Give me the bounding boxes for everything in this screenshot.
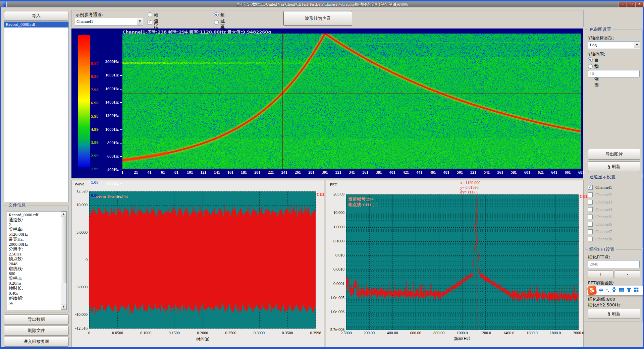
chevron-down-icon[interactable]: ▼ (137, 18, 143, 25)
delete-file-button[interactable]: 删除文件 (4, 326, 69, 336)
reference-channel-label: 示例参考通道: (75, 12, 103, 18)
auto-range-radio[interactable] (588, 57, 593, 62)
channel-checkbox[interactable] (588, 215, 593, 219)
close-icon: X (638, 2, 641, 6)
channel-label: Channel6 (595, 222, 612, 227)
import-button[interactable]: 导入 (4, 11, 68, 21)
tick-mark (120, 89, 122, 90)
maximize-button[interactable]: □ (627, 2, 635, 7)
fft-points-minus-button[interactable]: - (615, 270, 640, 278)
spectrogram-x-tick: 141 (210, 170, 224, 175)
zoom-df-info: 细化df:2.500Hz (588, 302, 621, 308)
spectrogram-x-tick: 281 (305, 170, 318, 175)
export-data-button[interactable]: 导出数据 (4, 314, 69, 325)
spectrogram-x-tick: 301 (318, 170, 332, 175)
channel-toggle-channel6[interactable]: Channel6 (588, 222, 638, 228)
file-listbox[interactable]: Record_0000.rdf (4, 21, 69, 202)
tick-mark (120, 183, 122, 184)
channel-checkbox[interactable] (588, 237, 593, 241)
channel-checkbox[interactable]: ✓ (588, 185, 593, 190)
spectrogram-x-tick: 61 (156, 170, 170, 175)
fft-title: FFT (330, 182, 337, 187)
wave-to-sound-button[interactable]: 波形转为声音 (283, 11, 352, 26)
wave-plot[interactable] (89, 191, 316, 329)
channel-toggle-channel3[interactable]: Channel3 (588, 199, 638, 206)
channel-label: Channel5 (595, 214, 612, 220)
range-value-input[interactable] (588, 70, 640, 77)
ime-toolbar[interactable]: S 中 °, (587, 285, 643, 295)
channel-label: Channel1 (595, 185, 612, 190)
channel-checkbox[interactable] (588, 229, 593, 234)
channel-display-groupbox: 通道显示设置 ✓Channel1Channel2Channel3Channel4… (585, 177, 643, 248)
delete-file-label: 删除文件 (28, 326, 45, 335)
advanced-analysis-checkbox[interactable]: ✓ (148, 20, 152, 25)
fft-frame-annotation: 当前帧号:294 (348, 196, 374, 202)
spectrogram-y-tick: 600Hz (99, 154, 119, 159)
skin-icon[interactable] (627, 286, 632, 295)
fixed-range-radio[interactable] (588, 64, 593, 69)
toolbox-icon[interactable] (634, 286, 639, 295)
yaxis-type-select[interactable]: Log ▼ (588, 41, 640, 49)
close-button[interactable]: X (635, 2, 644, 7)
channel-toggle-channel5[interactable]: Channel5 (588, 214, 638, 220)
channel-checkbox[interactable] (588, 200, 593, 205)
fft-y-tick: 1.0e-005 (319, 295, 344, 300)
yaxis-range-label: Y轴范围: (588, 51, 605, 57)
wave-xaxis-title: 时间(s) (188, 337, 218, 342)
reference-channel-select[interactable]: Channel1 ▼ (75, 18, 143, 25)
import-button-label: 导入 (32, 11, 41, 20)
channel-toggle-channel1[interactable]: ✓Channel1 (588, 185, 638, 191)
colorbar-tick-label: 1.99 (91, 166, 99, 172)
colorbar-tick-label: 2.99 (91, 153, 99, 159)
chevron-down-icon[interactable]: ▼ (634, 42, 640, 48)
scroll-up-arrow-icon[interactable]: ▲ (61, 212, 66, 217)
spectrogram-x-tick: 401 (386, 170, 399, 175)
channel-toggle-channel8[interactable]: Channel8 (588, 236, 638, 242)
fft-plot[interactable] (346, 194, 579, 330)
channel-toggle-channel4[interactable]: Channel4 (588, 207, 638, 213)
file-info-box: Record_0000.rdf通道数:2采样率:5120.00Hz带宽Hz:20… (7, 211, 67, 310)
channel-toggle-channel2[interactable]: Channel2 (588, 192, 638, 198)
fft-refresh-button[interactable]: § 刷新 (588, 309, 640, 319)
microphone-icon[interactable] (612, 286, 616, 295)
spectrogram-x-tick: 461 (426, 170, 439, 175)
minimize-button[interactable]: - (619, 2, 627, 7)
spectrogram-x-tick: 1 (116, 170, 129, 175)
enter-playback-button[interactable]: 进入回放界面 (4, 337, 69, 347)
file-info-line: 帧点数: (9, 256, 66, 261)
file-info-scrollbar[interactable]: ▲ ▼ (61, 212, 66, 310)
channel-checkbox[interactable] (588, 222, 593, 227)
window-border-left (0, 7, 1, 349)
fft-y-tick: 0.0010 (319, 267, 344, 272)
channel-checkbox[interactable] (588, 207, 593, 212)
tick-mark (120, 197, 122, 197)
tick-mark (120, 116, 122, 116)
colormap-refresh-button[interactable]: § 刷新 (588, 161, 640, 172)
soft-keyboard-icon[interactable] (619, 286, 624, 295)
export-image-button[interactable]: 导出图片 (588, 149, 640, 160)
punctuation-icon[interactable]: °, (606, 286, 609, 295)
waterfall-3d-radio[interactable] (214, 20, 219, 25)
window-border-bottom (0, 347, 644, 349)
file-list-item-selected[interactable]: Record_0000.rdf (4, 22, 68, 27)
channel-checkbox[interactable] (588, 192, 593, 197)
frequency-colormap-radio[interactable] (214, 12, 219, 17)
scrollbar-thumb[interactable] (61, 217, 66, 283)
title-bar[interactable]: 查看记录数据:E:\United Vsa\Client\CtrTest\Test… (0, 0, 644, 7)
file-info-line: 0.20ms (9, 281, 66, 286)
fft-points-plus-button[interactable]: + (588, 270, 613, 278)
channel-toggle-channel7[interactable]: Channel7 (588, 229, 638, 235)
scroll-down-arrow-icon[interactable]: ▼ (61, 304, 66, 310)
wave-x-tick: 0.2500 (222, 331, 239, 336)
tick-mark (120, 143, 122, 143)
amplitude-bar-radio[interactable] (148, 12, 152, 17)
tick-mark (120, 62, 122, 62)
chinese-mode-icon[interactable]: 中 (599, 286, 603, 295)
file-info-line: 5120.00Hz (9, 232, 66, 237)
sogou-logo-icon[interactable]: S (587, 286, 597, 295)
spectrogram-x-tick: 21 (129, 170, 143, 175)
fft-points-input[interactable] (588, 260, 640, 268)
fft-x-tick: 600.00 (407, 331, 425, 336)
file-info-line: 帧时长: (9, 286, 66, 291)
spectrogram-plot[interactable] (122, 34, 581, 169)
